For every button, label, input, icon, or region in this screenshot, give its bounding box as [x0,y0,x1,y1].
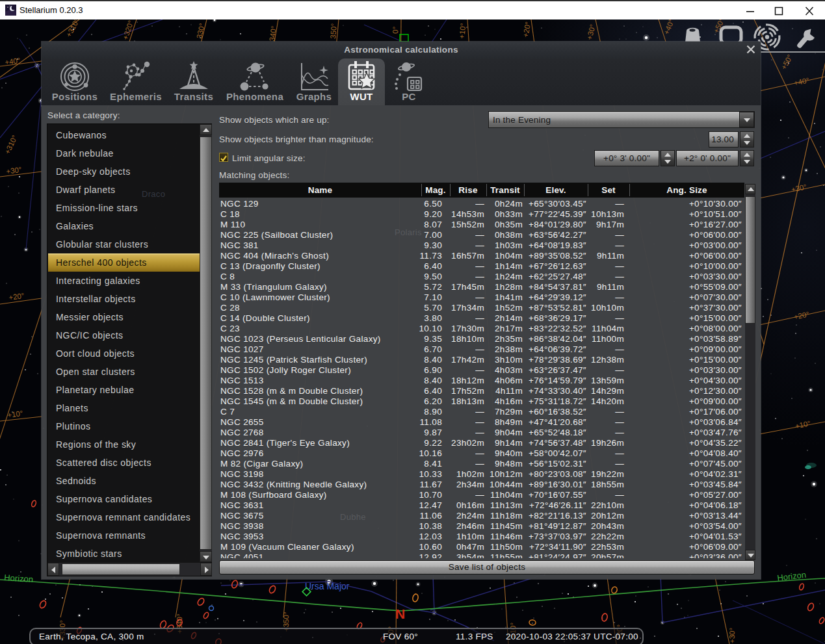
svg-text:350°: 350° [329,23,338,40]
svg-text:0°: 0° [391,27,399,34]
svg-text:+10°: +10° [458,23,467,39]
svg-text:+30°: +30° [728,628,736,643]
svg-text:Horizon: Horizon [4,573,34,584]
svg-text:N: N [395,606,405,621]
